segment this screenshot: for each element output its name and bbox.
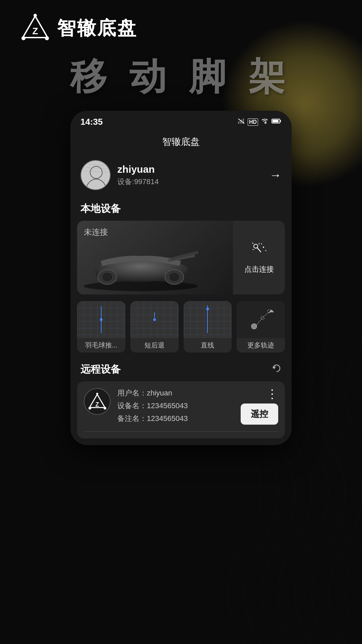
phone-mockup: 14:35 HD 智辙底盘	[70, 111, 292, 445]
status-time: 14:35	[80, 117, 103, 127]
connect-button-area[interactable]: 点击连接	[233, 234, 285, 281]
profile-username: zhiyuan	[117, 164, 269, 175]
track-preview-2: ▲	[184, 301, 232, 338]
app-logo: Z	[20, 13, 50, 44]
svg-point-40	[96, 393, 98, 395]
svg-rect-13	[81, 161, 111, 190]
tracks-row: 羽毛球推... 短后退 ▲ 直线	[70, 301, 292, 359]
svg-point-3	[45, 36, 49, 40]
profile-arrow-icon[interactable]: →	[269, 168, 282, 182]
svg-marker-34	[269, 310, 274, 312]
svg-point-38	[88, 407, 91, 410]
battery-icon	[272, 118, 282, 126]
app-bar-title: 智辙底盘	[162, 137, 200, 147]
svg-rect-7	[240, 120, 241, 124]
svg-rect-12	[280, 120, 281, 122]
device-status-label: 未连接	[84, 227, 108, 237]
status-bar: 14:35 HD	[70, 111, 292, 130]
svg-rect-8	[241, 119, 242, 124]
app-title-text: 智辙底盘	[57, 16, 137, 41]
remote-device-card[interactable]: Z 用户名：zhiyuan 设备名：1234565043 备注名：1234565…	[77, 381, 285, 438]
remote-username-row: 用户名：zhiyuan	[117, 388, 234, 398]
hero-text: 移 动 脚 架	[70, 52, 292, 102]
track-preview-1	[130, 301, 179, 338]
svg-point-28	[263, 247, 264, 248]
track-card-2[interactable]: ▲ 直线	[184, 301, 232, 353]
remote-more-button[interactable]: ⋮	[266, 388, 278, 400]
svg-point-29	[261, 243, 262, 244]
track-label-1: 短后退	[143, 338, 166, 353]
track-label-3: 更多轨迹	[246, 338, 276, 353]
local-device-card[interactable]: 未连接	[77, 221, 285, 294]
svg-rect-11	[273, 120, 279, 122]
svg-point-4	[34, 14, 37, 17]
svg-text:Z: Z	[95, 401, 99, 408]
track-card-1[interactable]: 短后退	[130, 301, 179, 353]
profile-section[interactable]: zhiyuan 设备:997814 →	[70, 155, 292, 199]
remote-device-name-row: 设备名：1234565043	[117, 401, 234, 411]
svg-point-31	[251, 324, 257, 329]
local-device-section-header: 本地设备	[70, 199, 292, 221]
svg-point-22	[169, 272, 180, 282]
signal-muted-icon	[238, 118, 245, 126]
svg-point-30	[265, 250, 266, 251]
svg-point-2	[21, 36, 25, 40]
svg-rect-6	[238, 121, 239, 124]
device-image-area: 未连接	[77, 221, 233, 294]
status-icons-group: HD	[238, 118, 282, 126]
device-card-inner: 未连接	[77, 221, 285, 294]
app-header: Z 智辙底盘	[20, 13, 137, 44]
avatar	[80, 160, 111, 190]
remote-section-header: 远程设备	[70, 359, 292, 381]
svg-line-24	[257, 248, 261, 252]
profile-device-info: 设备:997814	[117, 177, 269, 187]
remote-alias-row: 备注名：1234565043	[117, 414, 234, 424]
remote-card-divider	[84, 431, 278, 432]
app-bar: 智辙底盘	[70, 130, 292, 155]
track-card-0[interactable]: 羽毛球推...	[77, 301, 125, 353]
svg-line-27	[252, 243, 253, 244]
wifi-icon	[261, 118, 269, 126]
remote-device-logo: Z	[84, 388, 111, 415]
remote-control-button[interactable]: 遥控	[241, 404, 278, 425]
track-preview-0	[77, 301, 125, 338]
svg-point-20	[102, 272, 113, 282]
svg-point-39	[104, 407, 106, 410]
remote-device-title: 远程设备	[80, 363, 121, 376]
hd-icon: HD	[248, 118, 258, 126]
svg-rect-9	[243, 118, 244, 124]
connect-click-icon	[251, 241, 267, 261]
profile-info: zhiyuan 设备:997814	[117, 164, 269, 187]
connect-label-text: 点击连接	[244, 264, 274, 274]
svg-text:Z: Z	[32, 26, 38, 36]
track-label-2: 直线	[199, 338, 216, 353]
track-card-3[interactable]: 更多轨迹	[237, 301, 285, 353]
remote-card-details: 用户名：zhiyuan 设备名：1234565043 备注名：123456504…	[117, 388, 234, 426]
local-device-title: 本地设备	[80, 203, 121, 214]
track-preview-3	[237, 301, 285, 338]
chassis-illustration: 未连接	[77, 221, 233, 294]
track-label-0: 羽毛球推...	[83, 338, 119, 353]
refresh-icon[interactable]	[272, 363, 282, 376]
